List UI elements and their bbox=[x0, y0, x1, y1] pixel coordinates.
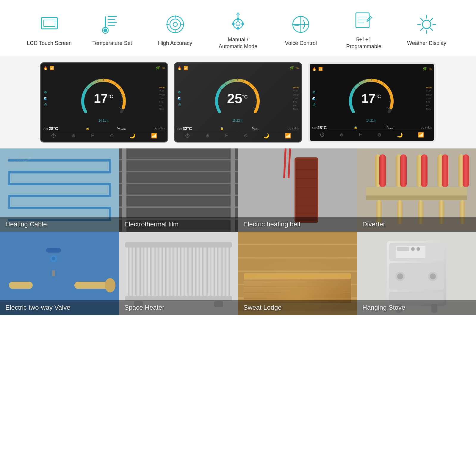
svg-rect-85 bbox=[119, 160, 238, 171]
product-diverter-label: Diverter bbox=[362, 220, 385, 228]
svg-point-10 bbox=[170, 19, 181, 30]
product-heating-cable-label-overlay: Heating Cable bbox=[0, 217, 119, 232]
feature-weather-display-label: Weather Display bbox=[407, 40, 446, 47]
svg-rect-92 bbox=[119, 171, 238, 172]
feature-manual-auto: Manual /Automatic Mode bbox=[211, 9, 265, 50]
svg-rect-139 bbox=[128, 244, 133, 297]
product-heating-belt: Electric heating belt bbox=[238, 148, 357, 232]
svg-rect-181 bbox=[397, 247, 409, 251]
feature-temp-set: Temperature Set bbox=[85, 12, 139, 47]
thermometer-icon bbox=[100, 12, 124, 36]
product-sauna-label: Sweat Lodge bbox=[243, 304, 281, 311]
thermostat-black: 🔥📶 🌿🌬 ⚙🌊⏱ bbox=[40, 62, 168, 143]
svg-rect-21 bbox=[242, 23, 243, 25]
feature-lcd-touch-label: LCD Touch Screen bbox=[27, 40, 72, 47]
svg-rect-142 bbox=[150, 244, 156, 297]
svg-rect-93 bbox=[119, 183, 238, 184]
svg-line-39 bbox=[421, 28, 423, 30]
product-valve-label-overlay: Electric two-way Valve bbox=[0, 300, 119, 315]
svg-point-31 bbox=[422, 20, 431, 29]
svg-rect-153 bbox=[125, 242, 232, 248]
svg-rect-87 bbox=[119, 184, 238, 195]
svg-rect-95 bbox=[119, 206, 238, 208]
thermostat-gunmetal: 🔥📶 🌿🌬 ⚙🌊⏱ bbox=[174, 62, 302, 143]
svg-rect-146 bbox=[180, 244, 185, 297]
target-icon bbox=[163, 12, 187, 36]
voice-icon bbox=[289, 12, 313, 36]
svg-rect-19 bbox=[237, 28, 239, 29]
svg-point-186 bbox=[397, 273, 403, 279]
svg-rect-182 bbox=[411, 247, 415, 251]
svg-rect-88 bbox=[119, 196, 238, 206]
svg-rect-150 bbox=[210, 244, 215, 297]
product-sweat-lodge: Sweat Lodge bbox=[238, 232, 357, 315]
feature-high-accuracy-label: High Accuracy bbox=[158, 40, 192, 47]
svg-rect-137 bbox=[46, 248, 61, 253]
product-heater-label-overlay: Space Heater bbox=[119, 300, 238, 315]
svg-rect-130 bbox=[52, 270, 55, 276]
product-heating-cable-label: Heating Cable bbox=[5, 220, 47, 228]
svg-rect-111 bbox=[366, 187, 467, 195]
product-stove-label-overlay: Hanging Stove bbox=[357, 300, 476, 315]
svg-rect-132 bbox=[9, 282, 33, 289]
feature-manual-auto-label: Manual /Automatic Mode bbox=[219, 36, 257, 50]
features-row: LCD Touch Screen Temperature Set bbox=[0, 0, 476, 56]
svg-point-134 bbox=[105, 278, 115, 292]
svg-rect-183 bbox=[416, 247, 420, 251]
svg-rect-112 bbox=[366, 195, 467, 200]
product-heating-belt-label-overlay: Electric heating belt bbox=[238, 217, 357, 232]
product-electrothermal-label: Electrothermal film bbox=[124, 220, 178, 228]
svg-rect-91 bbox=[119, 159, 238, 160]
svg-rect-151 bbox=[217, 244, 223, 297]
feature-high-accuracy: High Accuracy bbox=[148, 12, 202, 47]
svg-rect-20 bbox=[233, 23, 234, 25]
feature-voice-control: Voice Control bbox=[274, 12, 328, 47]
svg-rect-116 bbox=[400, 154, 407, 187]
displays-row: 🔥📶 🌿🌬 ⚙🌊⏱ bbox=[0, 56, 476, 148]
product-sauna-label-overlay: Sweat Lodge bbox=[238, 300, 357, 315]
svg-point-11 bbox=[173, 22, 177, 26]
svg-rect-152 bbox=[225, 244, 230, 297]
svg-point-136 bbox=[52, 257, 55, 260]
feature-programmable-label: 5+1+1Programmable bbox=[346, 36, 381, 50]
product-electrothermal-label-overlay: Electrothermal film bbox=[119, 217, 238, 232]
feature-weather-display: Weather Display bbox=[400, 12, 453, 47]
product-electrothermal-film: Electrothermal film bbox=[119, 148, 238, 232]
svg-rect-148 bbox=[195, 244, 200, 297]
svg-rect-120 bbox=[442, 154, 448, 187]
feature-temp-set-label: Temperature Set bbox=[93, 40, 132, 47]
svg-rect-103 bbox=[296, 159, 317, 221]
svg-point-9 bbox=[167, 16, 184, 33]
svg-line-38 bbox=[430, 18, 433, 21]
product-diverter: Diverter bbox=[357, 148, 476, 232]
product-hanging-stove: Hanging Stove bbox=[357, 232, 476, 315]
svg-rect-94 bbox=[119, 195, 238, 196]
product-valve-label: Electric two-way Valve bbox=[5, 304, 70, 311]
product-heating-cable: Heating Cable SH©ZZ bbox=[0, 148, 119, 232]
feature-voice-control-label: Voice Control bbox=[285, 40, 317, 47]
svg-line-49 bbox=[119, 107, 121, 109]
svg-point-8 bbox=[104, 29, 107, 32]
product-space-heater: Space Heater bbox=[119, 232, 238, 315]
feature-lcd-touch: LCD Touch Screen bbox=[23, 12, 76, 47]
svg-rect-84 bbox=[119, 148, 238, 159]
svg-rect-114 bbox=[379, 154, 386, 187]
product-heater-label: Space Heater bbox=[124, 304, 165, 311]
svg-point-188 bbox=[430, 273, 436, 279]
product-diverter-label-overlay: Diverter bbox=[357, 217, 476, 232]
svg-rect-143 bbox=[158, 244, 163, 297]
svg-line-36 bbox=[421, 18, 423, 21]
svg-rect-86 bbox=[119, 172, 238, 183]
svg-rect-122 bbox=[463, 154, 469, 187]
svg-rect-18 bbox=[237, 18, 239, 20]
svg-rect-145 bbox=[173, 244, 178, 297]
sun-icon bbox=[415, 12, 439, 36]
svg-rect-118 bbox=[421, 154, 428, 187]
product-electric-valve: Electric two-way Valve bbox=[0, 232, 119, 315]
edit-icon bbox=[352, 9, 376, 33]
svg-line-37 bbox=[430, 28, 433, 30]
products-grid: Heating Cable SH©ZZ bbox=[0, 148, 476, 315]
thermostat-white: 🔥📶 🌿🌬 ⚙🌊⏱ bbox=[308, 62, 436, 143]
screen-icon bbox=[37, 12, 61, 36]
svg-point-17 bbox=[236, 22, 240, 26]
